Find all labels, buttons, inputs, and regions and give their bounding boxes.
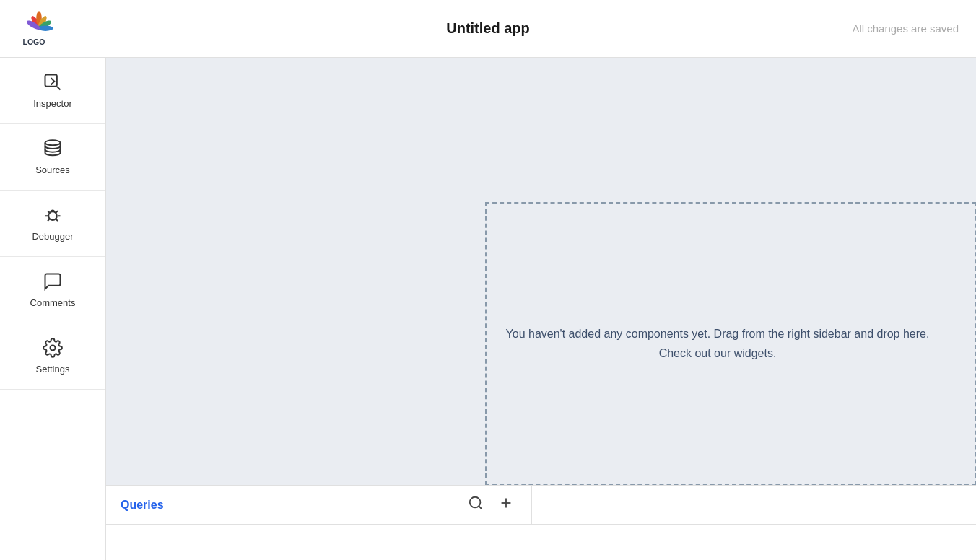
bug-icon: [43, 205, 63, 225]
add-query-button[interactable]: [495, 492, 517, 517]
drop-zone[interactable]: You haven't added any components yet. Dr…: [485, 202, 976, 485]
sidebar-item-sources[interactable]: Sources: [0, 124, 105, 191]
canvas[interactable]: You haven't added any components yet. Dr…: [106, 58, 976, 485]
svg-point-10: [48, 211, 57, 220]
comment-icon: [43, 271, 63, 292]
gear-icon: [43, 338, 63, 358]
sidebar-item-debugger[interactable]: Debugger: [0, 191, 105, 257]
svg-line-8: [57, 87, 61, 90]
queries-right-area: [532, 486, 976, 524]
queries-label: Queries: [121, 499, 456, 512]
sidebar: Inspector Sources Debugger: [0, 58, 106, 560]
sidebar-item-comments[interactable]: Comments: [0, 257, 105, 323]
search-icon: [468, 495, 484, 511]
content-area: You haven't added any components yet. Dr…: [106, 58, 976, 560]
svg-point-4: [38, 25, 53, 31]
debugger-label: Debugger: [32, 231, 73, 242]
svg-point-13: [470, 497, 481, 508]
logo[interactable]: LOGO: [17, 9, 61, 48]
queries-bar: Queries: [106, 485, 976, 524]
main-layout: Inspector Sources Debugger: [0, 58, 976, 560]
sidebar-item-settings[interactable]: Settings: [0, 323, 105, 390]
svg-point-9: [45, 140, 61, 145]
svg-point-12: [51, 346, 56, 351]
inspector-label: Inspector: [33, 98, 71, 109]
queries-section: Queries: [106, 486, 532, 524]
comments-label: Comments: [30, 297, 76, 308]
header: LOGO Untitled app All changes are saved: [0, 0, 976, 58]
bottom-strip: [106, 524, 976, 560]
svg-text:LOGO: LOGO: [23, 38, 45, 46]
inspector-icon: [43, 72, 63, 92]
sources-label: Sources: [35, 165, 70, 175]
save-status: All changes are saved: [852, 22, 959, 35]
settings-label: Settings: [36, 364, 70, 375]
database-icon: [43, 139, 63, 159]
sidebar-item-inspector[interactable]: Inspector: [0, 58, 105, 124]
logo-icon: LOGO: [17, 9, 61, 48]
svg-line-14: [479, 506, 482, 509]
app-title[interactable]: Untitled app: [446, 20, 530, 37]
empty-canvas-message: You haven't added any components yet. Dr…: [501, 324, 934, 363]
plus-icon: [498, 495, 514, 511]
search-queries-button[interactable]: [465, 492, 487, 517]
